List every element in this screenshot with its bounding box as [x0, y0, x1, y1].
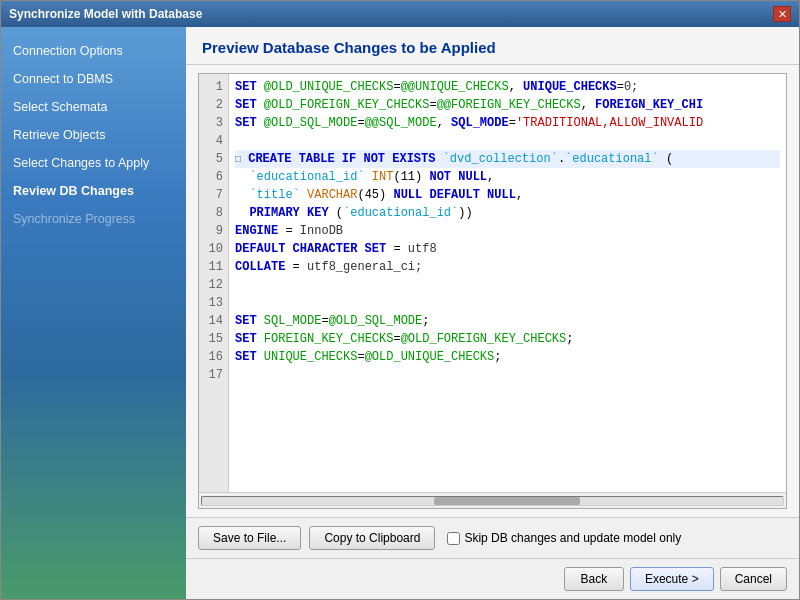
scroll-track[interactable]	[201, 496, 784, 506]
code-line-1: SET @OLD_UNIQUE_CHECKS=@@UNIQUE_CHECKS, …	[235, 78, 780, 96]
line-num-5: 5	[199, 150, 228, 168]
skip-db-changes-checkbox[interactable]	[447, 532, 460, 545]
footer: Back Execute > Cancel	[186, 558, 799, 599]
copy-to-clipboard-button[interactable]: Copy to Clipboard	[309, 526, 435, 550]
sidebar-item-review-db-changes[interactable]: Review DB Changes	[1, 177, 186, 205]
main-header: Preview Database Changes to be Applied	[186, 27, 799, 65]
code-editor: 1 2 3 4 5 6 7 8 9 10 11 12 13 14	[198, 73, 787, 509]
line-num-8: 8	[199, 204, 228, 222]
save-to-file-button[interactable]: Save to File...	[198, 526, 301, 550]
sidebar-item-select-schemata[interactable]: Select Schemata	[1, 93, 186, 121]
sidebar-item-connect-to-dbms[interactable]: Connect to DBMS	[1, 65, 186, 93]
line-num-3: 3	[199, 114, 228, 132]
sidebar: Connection Options Connect to DBMS Selec…	[1, 27, 186, 599]
line-num-15: 15	[199, 330, 228, 348]
cancel-button[interactable]: Cancel	[720, 567, 787, 591]
code-line-7: `title` VARCHAR(45) NULL DEFAULT NULL,	[235, 186, 780, 204]
line-num-7: 7	[199, 186, 228, 204]
code-line-16: SET UNIQUE_CHECKS=@OLD_UNIQUE_CHECKS;	[235, 348, 780, 366]
code-line-17	[235, 366, 780, 384]
code-line-3: SET @OLD_SQL_MODE=@@SQL_MODE, SQL_MODE='…	[235, 114, 780, 132]
skip-db-changes-label[interactable]: Skip DB changes and update model only	[447, 531, 681, 545]
code-line-5: □ CREATE TABLE IF NOT EXISTS `dvd_collec…	[235, 150, 780, 168]
line-num-2: 2	[199, 96, 228, 114]
code-line-14: SET SQL_MODE=@OLD_SQL_MODE;	[235, 312, 780, 330]
line-num-17: 17	[199, 366, 228, 384]
code-line-15: SET FOREIGN_KEY_CHECKS=@OLD_FOREIGN_KEY_…	[235, 330, 780, 348]
code-line-2: SET @OLD_FOREIGN_KEY_CHECKS=@@FOREIGN_KE…	[235, 96, 780, 114]
line-num-9: 9	[199, 222, 228, 240]
line-num-16: 16	[199, 348, 228, 366]
sidebar-item-connection-options[interactable]: Connection Options	[1, 37, 186, 65]
close-button[interactable]: ✕	[773, 6, 791, 22]
code-line-6: `educational_id` INT(11) NOT NULL,	[235, 168, 780, 186]
code-line-13	[235, 294, 780, 312]
window-title: Synchronize Model with Database	[9, 7, 202, 21]
main-panel: Preview Database Changes to be Applied 1…	[186, 27, 799, 599]
line-num-6: 6	[199, 168, 228, 186]
code-content[interactable]: SET @OLD_UNIQUE_CHECKS=@@UNIQUE_CHECKS, …	[229, 74, 786, 492]
sidebar-item-retrieve-objects[interactable]: Retrieve Objects	[1, 121, 186, 149]
page-title: Preview Database Changes to be Applied	[202, 39, 496, 56]
line-num-4: 4	[199, 132, 228, 150]
code-line-12	[235, 276, 780, 294]
content-area: Connection Options Connect to DBMS Selec…	[1, 27, 799, 599]
line-num-14: 14	[199, 312, 228, 330]
code-line-10: DEFAULT CHARACTER SET = utf8	[235, 240, 780, 258]
code-line-4	[235, 132, 780, 150]
line-num-1: 1	[199, 78, 228, 96]
code-line-11: COLLATE = utf8_general_ci;	[235, 258, 780, 276]
main-window: Synchronize Model with Database ✕ Connec…	[0, 0, 800, 600]
execute-button[interactable]: Execute >	[630, 567, 714, 591]
code-line-9: ENGINE = InnoDB	[235, 222, 780, 240]
back-button[interactable]: Back	[564, 567, 624, 591]
title-bar: Synchronize Model with Database ✕	[1, 1, 799, 27]
code-line-8: PRIMARY KEY (`educational_id`))	[235, 204, 780, 222]
skip-db-changes-text: Skip DB changes and update model only	[464, 531, 681, 545]
action-bar: Save to File... Copy to Clipboard Skip D…	[186, 517, 799, 558]
line-num-11: 11	[199, 258, 228, 276]
sidebar-item-select-changes[interactable]: Select Changes to Apply	[1, 149, 186, 177]
line-num-10: 10	[199, 240, 228, 258]
sidebar-item-synchronize-progress: Synchronize Progress	[1, 205, 186, 233]
horizontal-scrollbar[interactable]	[199, 492, 786, 508]
code-inner: 1 2 3 4 5 6 7 8 9 10 11 12 13 14	[199, 74, 786, 492]
line-num-13: 13	[199, 294, 228, 312]
line-numbers: 1 2 3 4 5 6 7 8 9 10 11 12 13 14	[199, 74, 229, 492]
line-num-12: 12	[199, 276, 228, 294]
scroll-thumb[interactable]	[434, 497, 579, 505]
